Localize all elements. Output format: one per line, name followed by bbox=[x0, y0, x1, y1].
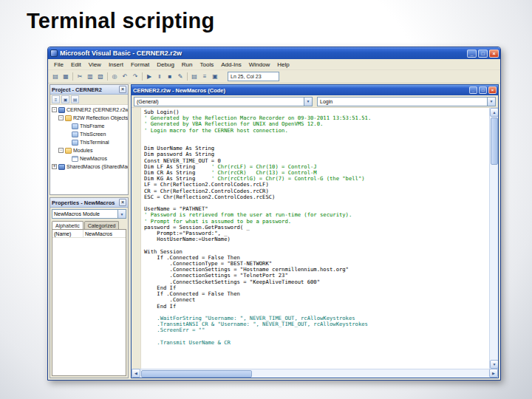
properties-grid: (Name) NewMacros bbox=[52, 229, 126, 376]
module-icon bbox=[72, 156, 78, 162]
toolbar-separator bbox=[72, 72, 73, 81]
chevron-down-icon[interactable]: ▼ bbox=[117, 210, 126, 218]
paste-icon[interactable]: ▧ bbox=[95, 72, 106, 82]
cut-icon[interactable]: ✂ bbox=[75, 72, 85, 82]
scroll-left-icon[interactable]: ◀ bbox=[132, 369, 140, 378]
view-host-icon[interactable]: ▤ bbox=[50, 72, 61, 82]
vertical-scrollbar[interactable]: ▲ ▼ bbox=[489, 108, 498, 369]
property-name: (Name) bbox=[52, 230, 83, 237]
design-mode-icon[interactable]: ✎ bbox=[175, 72, 185, 82]
expand-icon[interactable]: + bbox=[52, 164, 57, 169]
properties-object-dropdown[interactable]: NewMacros Module ▼ bbox=[52, 209, 126, 219]
tree-item-label: ThisTerminal bbox=[80, 140, 109, 145]
property-value[interactable]: NewMacros bbox=[83, 230, 126, 237]
code-editor[interactable]: Sub Login()' Generated by the Reflection… bbox=[141, 108, 489, 369]
menu-item-debug[interactable]: Debug bbox=[153, 61, 178, 68]
tree-item-thisscreen[interactable]: ThisScreen bbox=[50, 130, 128, 138]
tree-item-label: NewMacros bbox=[80, 156, 107, 161]
project-panel-title: Project - CERNER2 bbox=[52, 86, 102, 93]
undo-icon[interactable]: ↶ bbox=[120, 72, 130, 82]
code-minimize-icon[interactable]: _ bbox=[469, 86, 477, 94]
menu-item-addins[interactable]: Add-Ins bbox=[217, 61, 245, 68]
app-titlebar[interactable]: Microsoft Visual Basic - CERNER2.r2w _ □… bbox=[48, 47, 500, 59]
save-icon[interactable]: ▦ bbox=[61, 72, 71, 82]
slide-title: Terminal scripting bbox=[27, 9, 215, 33]
properties-object-value: NewMacros Module bbox=[54, 211, 100, 216]
tree-item-label: R2W Reflection Objects bbox=[73, 115, 128, 120]
toggle-folders-icon[interactable]: ▤ bbox=[71, 95, 79, 103]
close-icon[interactable]: × bbox=[489, 50, 499, 58]
collapse-icon[interactable]: - bbox=[58, 148, 64, 153]
object-browser-icon[interactable]: ▣ bbox=[210, 72, 220, 82]
tree-item-modules[interactable]: -Modules bbox=[50, 146, 128, 154]
reset-icon[interactable]: ■ bbox=[165, 72, 175, 82]
view-object-icon[interactable]: ▣ bbox=[61, 95, 69, 103]
menu-item-file[interactable]: File bbox=[50, 61, 67, 68]
folder-icon bbox=[65, 148, 72, 154]
code-combo-row: (General) ▼ Login ▼ bbox=[132, 95, 498, 108]
tree-item-r2w-reflection-objects[interactable]: -R2W Reflection Objects bbox=[50, 114, 128, 122]
minimize-icon[interactable]: _ bbox=[467, 50, 477, 58]
scroll-right-icon[interactable]: ▶ bbox=[489, 369, 498, 378]
menu-item-tools[interactable]: Tools bbox=[197, 61, 218, 68]
menu-item-help[interactable]: Help bbox=[273, 61, 293, 68]
tree-item-thisframe[interactable]: ThisFrame bbox=[50, 122, 128, 130]
break-icon[interactable]: ‖ bbox=[154, 72, 165, 82]
project-icon bbox=[58, 107, 65, 113]
find-icon[interactable]: ◎ bbox=[109, 72, 120, 82]
scroll-down-icon[interactable]: ▼ bbox=[490, 360, 498, 369]
horizontal-scrollbar[interactable]: ◀ ▶ bbox=[132, 369, 498, 378]
chevron-down-icon[interactable]: ▼ bbox=[487, 98, 495, 106]
code-close-icon[interactable]: × bbox=[488, 86, 497, 94]
window-controls: _ □ × bbox=[466, 50, 499, 58]
spacer bbox=[65, 132, 70, 137]
tab-categorized[interactable]: Categorized bbox=[84, 221, 120, 229]
code-window-titlebar[interactable]: CERNER2.r2w - NewMacros (Code) _ □ × bbox=[132, 85, 498, 95]
object-dropdown-value: (General) bbox=[137, 99, 159, 104]
code-line: .Transmit UserName & CR bbox=[144, 340, 489, 346]
code-maximize-icon[interactable]: □ bbox=[479, 86, 487, 94]
property-row[interactable]: (Name) NewMacros bbox=[52, 230, 126, 238]
toolbar-separator bbox=[142, 72, 143, 81]
view-code-icon[interactable]: ≡ bbox=[52, 95, 60, 103]
code-line: ESC = Chr(Reflection2.ControlCodes.rcESC… bbox=[144, 194, 489, 200]
project-explorer-icon[interactable]: ▤ bbox=[189, 72, 200, 82]
horizontal-scroll-thumb[interactable] bbox=[141, 370, 252, 378]
scroll-up-icon[interactable]: ▲ bbox=[490, 108, 498, 117]
tree-item-label: ThisFrame bbox=[80, 123, 104, 129]
tree-item-newmacros[interactable]: NewMacros bbox=[50, 154, 128, 163]
code-line bbox=[144, 134, 489, 140]
menu-item-format[interactable]: Format bbox=[127, 61, 153, 68]
collapse-icon[interactable]: - bbox=[58, 115, 64, 120]
object-icon bbox=[72, 123, 78, 129]
toolbar: ▤▦✂▥▧◎↶↷▶‖■✎▤≡▣ Ln 25, Col 23 bbox=[48, 70, 500, 83]
tree-item-thisterminal[interactable]: ThisTerminal bbox=[50, 138, 128, 146]
tree-item-cerner2-cerner2-r2w[interactable]: -CERNER2 (CERNER2.r2w) bbox=[50, 106, 128, 114]
spacer bbox=[65, 123, 70, 129]
chevron-down-icon[interactable]: ▼ bbox=[304, 98, 312, 106]
tree-item-label: ThisScreen bbox=[80, 132, 106, 137]
procedure-dropdown[interactable]: Login ▼ bbox=[317, 97, 496, 106]
maximize-icon[interactable]: □ bbox=[478, 50, 488, 58]
copy-icon[interactable]: ▥ bbox=[85, 72, 95, 82]
menu-item-edit[interactable]: Edit bbox=[67, 61, 85, 68]
tree-item-sharedmacros-sharedmacros[interactable]: +SharedMacros (SharedMacros) bbox=[50, 163, 128, 171]
code-line: HostUserName:=UserName) bbox=[144, 236, 489, 242]
object-dropdown[interactable]: (General) ▼ bbox=[134, 97, 313, 106]
code-line: .Connect bbox=[144, 297, 489, 303]
project-panel-close-icon[interactable]: × bbox=[119, 86, 126, 93]
menu-item-window[interactable]: Window bbox=[245, 61, 273, 68]
menu-item-insert[interactable]: Insert bbox=[105, 61, 127, 68]
project-panel-toolbar: ≡▣▤ bbox=[50, 95, 128, 105]
code-line: .ConnectSocketSettings = "KeepAliveTimeo… bbox=[144, 279, 489, 285]
vertical-scroll-thumb[interactable] bbox=[491, 117, 498, 165]
tab-alphabetic[interactable]: Alphabetic bbox=[52, 221, 83, 229]
collapse-icon[interactable]: - bbox=[52, 107, 57, 112]
menu-item-view[interactable]: View bbox=[85, 61, 105, 68]
redo-icon[interactable]: ↷ bbox=[130, 72, 140, 82]
properties-panel-close-icon[interactable]: × bbox=[119, 199, 126, 206]
slide: Terminal scripting Microsoft Visual Basi… bbox=[0, 0, 532, 399]
run-icon[interactable]: ▶ bbox=[144, 72, 154, 82]
menu-item-run[interactable]: Run bbox=[178, 61, 197, 68]
properties-window-icon[interactable]: ≡ bbox=[200, 72, 210, 82]
